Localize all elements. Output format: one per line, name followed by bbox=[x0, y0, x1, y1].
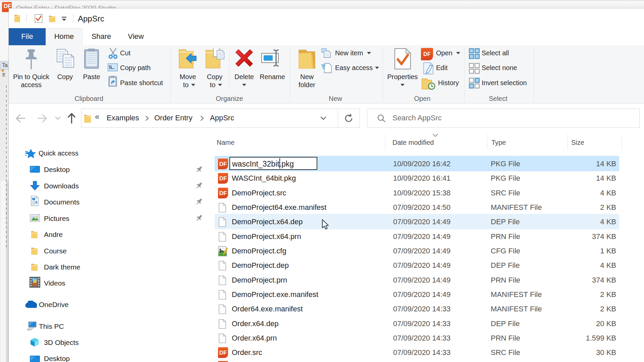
svg-text:DF: DF bbox=[219, 161, 227, 167]
svg-text:DF: DF bbox=[423, 51, 431, 57]
svg-text:\\..: \\.. bbox=[109, 64, 115, 70]
svg-text:DF: DF bbox=[219, 175, 227, 182]
svg-text:DF: DF bbox=[219, 190, 227, 196]
svg-text:DF: DF bbox=[219, 350, 227, 356]
